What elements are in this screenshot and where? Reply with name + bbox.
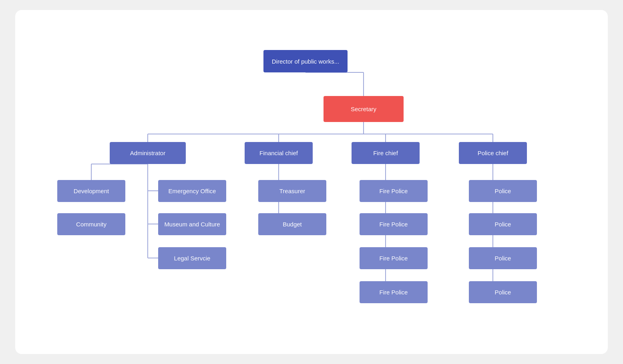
- fire-police-2-node[interactable]: Fire Police: [360, 213, 428, 235]
- police-2-node[interactable]: Police: [469, 213, 537, 235]
- legal-service-node[interactable]: Legal Servcie: [158, 247, 226, 269]
- fire-police-1-node[interactable]: Fire Police: [360, 180, 428, 202]
- fire-chief-node[interactable]: Fire chief: [352, 142, 420, 164]
- community-node[interactable]: Community: [57, 213, 125, 235]
- development-node[interactable]: Development: [57, 180, 125, 202]
- director-node[interactable]: Director of public works...: [263, 50, 348, 72]
- org-chart-card: Director of public works... Secretary Ad…: [15, 10, 608, 354]
- secretary-node[interactable]: Secretary: [324, 96, 404, 122]
- police-chief-node[interactable]: Police chief: [459, 142, 527, 164]
- museum-culture-node[interactable]: Museum and Culture: [158, 213, 226, 235]
- police-1-node[interactable]: Police: [469, 180, 537, 202]
- police-3-node[interactable]: Police: [469, 247, 537, 269]
- fire-police-3-node[interactable]: Fire Police: [360, 247, 428, 269]
- treasurer-node[interactable]: Treasurer: [258, 180, 326, 202]
- budget-node[interactable]: Budget: [258, 213, 326, 235]
- fire-police-4-node[interactable]: Fire Police: [360, 281, 428, 303]
- emergency-office-node[interactable]: Emergency Office: [158, 180, 226, 202]
- financial-chief-node[interactable]: Financial chief: [245, 142, 313, 164]
- administrator-node[interactable]: Administrator: [110, 142, 186, 164]
- chart-container: Director of public works... Secretary Ad…: [31, 26, 592, 338]
- police-4-node[interactable]: Police: [469, 281, 537, 303]
